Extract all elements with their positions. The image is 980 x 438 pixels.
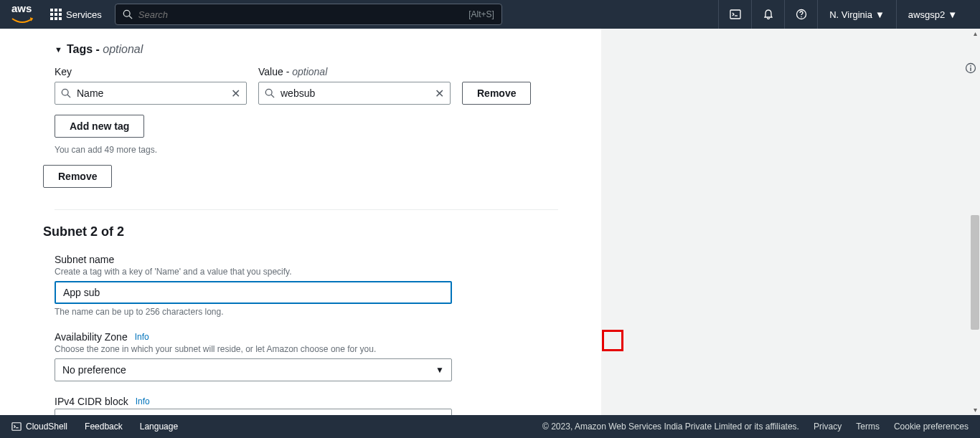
- az-select[interactable]: No preference ▼: [55, 358, 452, 381]
- info-panel-toggle[interactable]: [961, 57, 980, 79]
- cloudshell-icon: [11, 422, 22, 432]
- search-icon: [265, 88, 275, 98]
- az-label: Availability Zone: [55, 331, 128, 343]
- tag-value-column-label: Value -: [258, 66, 292, 77]
- svg-point-6: [62, 89, 68, 95]
- bell-icon: [763, 9, 774, 20]
- tags-label: Tags -: [67, 43, 103, 55]
- svg-point-13: [970, 65, 971, 67]
- subnet-name-desc: Create a tag with a key of 'Name' and a …: [55, 267, 558, 277]
- global-search[interactable]: [Alt+S]: [115, 4, 502, 25]
- region-label: N. Virginia: [829, 9, 872, 20]
- help-button[interactable]: [784, 0, 817, 29]
- aws-footer: CloudShell Feedback Language © 2023, Ama…: [0, 415, 980, 438]
- account-caret-icon: ▼: [948, 9, 957, 20]
- clear-icon[interactable]: ✕: [435, 87, 444, 100]
- search-shortcut-hint: [Alt+S]: [468, 9, 494, 19]
- region-selector[interactable]: N. Virginia ▼: [817, 0, 896, 29]
- tags-remaining-hint: You can add 49 more tags.: [55, 145, 558, 155]
- tags-expander[interactable]: ▼ Tags - optional: [55, 43, 558, 56]
- region-caret-icon: ▼: [875, 9, 885, 20]
- services-grid-icon: [50, 9, 62, 20]
- copyright-text: © 2023, Amazon Web Services India Privat…: [542, 422, 799, 432]
- subnet-section-title: Subnet 2 of 2: [43, 224, 558, 239]
- tag-value-optional-label: optional: [292, 66, 327, 77]
- az-desc: Choose the zone in which your subnet wil…: [55, 344, 558, 354]
- language-selector[interactable]: Language: [140, 422, 178, 432]
- tag-value-input-wrapper: ✕: [258, 82, 451, 105]
- subnet-name-input[interactable]: [55, 281, 452, 304]
- az-selected-value: No preference: [62, 364, 126, 376]
- subnet-name-hint: The name can be up to 256 characters lon…: [55, 307, 558, 317]
- privacy-link[interactable]: Privacy: [814, 422, 842, 432]
- notifications-button[interactable]: [751, 0, 784, 29]
- account-label: awsgsp2: [908, 9, 945, 20]
- tag-key-input[interactable]: [77, 87, 225, 99]
- remove-tag-button[interactable]: Remove: [462, 82, 531, 105]
- svg-line-7: [67, 95, 70, 97]
- svg-rect-15: [12, 423, 21, 431]
- scroll-down-arrow[interactable]: ▾: [970, 405, 980, 415]
- services-menu-button[interactable]: Services: [44, 4, 108, 24]
- add-new-tag-button[interactable]: Add new tag: [55, 115, 144, 138]
- services-label: Services: [66, 9, 102, 20]
- az-info-link[interactable]: Info: [135, 332, 149, 342]
- cidr-label: IPv4 CIDR block: [55, 396, 128, 407]
- help-icon: [796, 9, 807, 20]
- subnet-name-label: Subnet name: [55, 254, 558, 265]
- aws-header: aws Services [Alt+S] N. Virginia ▼ awsgs…: [0, 0, 980, 29]
- highlight-box: [602, 330, 623, 351]
- cookie-preferences-link[interactable]: Cookie preferences: [894, 422, 969, 432]
- scroll-up-arrow[interactable]: ▴: [970, 29, 980, 39]
- aws-logo[interactable]: aws: [11, 2, 33, 27]
- svg-line-9: [271, 95, 274, 97]
- cidr-input-wrapper: [55, 409, 452, 415]
- terms-link[interactable]: Terms: [856, 422, 880, 432]
- svg-point-5: [801, 16, 802, 18]
- cloudshell-footer-button[interactable]: CloudShell: [11, 422, 67, 432]
- account-menu[interactable]: awsgsp2 ▼: [896, 0, 969, 29]
- tag-key-column-label: Key: [55, 66, 247, 77]
- chevron-down-icon: ▼: [55, 45, 62, 54]
- scroll-thumb[interactable]: [971, 215, 979, 330]
- search-input[interactable]: [138, 9, 468, 20]
- tag-key-input-wrapper: ✕: [55, 82, 247, 105]
- form-panel: ▼ Tags - optional Key Value - optional ✕…: [0, 29, 601, 415]
- section-divider: [55, 209, 558, 210]
- info-icon: [965, 62, 976, 74]
- cloudshell-label: CloudShell: [26, 422, 67, 432]
- main-content: ▼ Tags - optional Key Value - optional ✕…: [0, 29, 980, 415]
- cloudshell-header-button[interactable]: [718, 0, 751, 29]
- search-icon: [123, 9, 133, 19]
- remove-subnet-button[interactable]: Remove: [43, 165, 112, 188]
- svg-point-8: [265, 89, 272, 95]
- search-icon: [61, 88, 71, 98]
- cloudshell-icon: [730, 9, 741, 20]
- svg-point-0: [123, 10, 130, 16]
- tags-optional-label: optional: [103, 43, 143, 55]
- tag-value-input[interactable]: [281, 87, 428, 99]
- cidr-info-link[interactable]: Info: [136, 396, 150, 406]
- clear-icon[interactable]: ✕: [231, 87, 240, 100]
- svg-line-1: [129, 16, 132, 19]
- svg-rect-2: [730, 10, 740, 19]
- scrollbar[interactable]: ▴ ▾: [970, 29, 980, 415]
- side-panel: ▴ ▾: [601, 29, 980, 415]
- chevron-down-icon: ▼: [435, 365, 444, 375]
- feedback-link[interactable]: Feedback: [85, 422, 123, 432]
